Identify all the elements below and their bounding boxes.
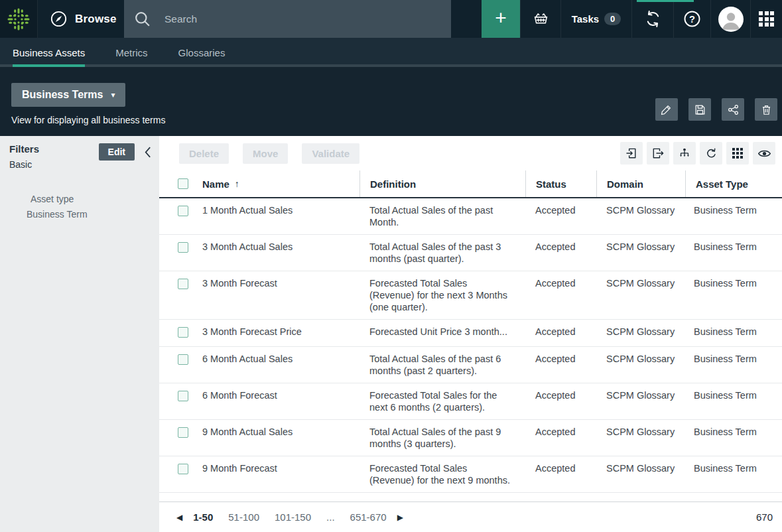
cell-status: Accepted: [525, 347, 596, 383]
collapse-sidebar-button[interactable]: [144, 146, 151, 159]
table-row[interactable]: 3 Month Actual Sales Total Actual Sales …: [159, 235, 782, 271]
row-checkbox[interactable]: [178, 354, 188, 365]
row-checkbox[interactable]: [178, 279, 188, 289]
top-navigation-bar: Browse + Tasks 0: [0, 0, 782, 38]
export-button[interactable]: [647, 142, 669, 165]
delete-button[interactable]: Delete: [179, 143, 229, 164]
shopping-basket-button[interactable]: [520, 0, 560, 38]
table-row[interactable]: 3 Month Forecast Forecasted Total Sales …: [159, 271, 782, 320]
select-all-checkbox[interactable]: [178, 178, 188, 189]
row-checkbox[interactable]: [178, 327, 188, 338]
pagination-bar: ◀ 1-50 51-100 101-150 ... 651-670 ▶ 670: [159, 501, 782, 532]
refresh-icon: [705, 147, 718, 160]
domain-text: SCPM Glossary: [606, 354, 675, 364]
row-checkbox[interactable]: [178, 464, 188, 474]
basket-icon: [533, 11, 549, 27]
hierarchy-button[interactable]: [673, 142, 696, 165]
row-checkbox[interactable]: [178, 206, 188, 216]
asset-type-text: Business Term: [694, 427, 757, 437]
filter-group-value[interactable]: Business Term: [27, 209, 153, 220]
cell-status: Accepted: [525, 320, 596, 346]
view-selector-button[interactable]: Business Terms ▾: [11, 83, 125, 107]
app-logo-button[interactable]: [0, 0, 38, 38]
row-checkbox[interactable]: [178, 242, 188, 253]
table-row[interactable]: 6 Month Actual Sales Total Actual Sales …: [159, 347, 782, 383]
create-asset-button[interactable]: +: [482, 0, 520, 38]
table-row[interactable]: 1 Month Actual Sales Total Actual Sales …: [159, 198, 782, 235]
row-checkbox[interactable]: [178, 427, 188, 438]
save-view-button[interactable]: [688, 98, 711, 121]
cell-domain[interactable]: SCPM Glossary: [596, 271, 685, 319]
plus-icon: +: [495, 8, 507, 28]
column-header-definition[interactable]: Definition: [359, 170, 525, 197]
pagination-page[interactable]: 51-100: [228, 511, 259, 523]
pagination-page[interactable]: 1-50: [193, 511, 213, 523]
filters-subtitle: Basic: [9, 159, 99, 170]
definition-text: Total Actual Sales of the past Month.: [369, 204, 510, 228]
table-row[interactable]: 3 Month Forecast Price Forecasted Unit P…: [159, 320, 782, 347]
previous-page-button[interactable]: ◀: [176, 513, 182, 522]
cell-name[interactable]: 9 Month Forecast: [197, 456, 359, 492]
help-button[interactable]: ?: [673, 0, 710, 38]
next-page-button[interactable]: ▶: [397, 513, 403, 522]
tab-glossaries[interactable]: Glossaries: [178, 38, 226, 67]
import-button[interactable]: [620, 142, 643, 165]
tab-business-assets[interactable]: Business Assets: [13, 38, 85, 67]
cell-domain[interactable]: SCPM Glossary: [596, 456, 685, 492]
pagination-page[interactable]: 651-670: [350, 511, 387, 523]
cell-name[interactable]: 3 Month Actual Sales: [197, 235, 359, 271]
grid-view-button[interactable]: [726, 142, 749, 165]
table-row[interactable]: 6 Month Forecast Forecasted Total Sales …: [159, 383, 782, 420]
delete-view-button[interactable]: [755, 98, 777, 121]
edit-view-button[interactable]: [655, 98, 678, 121]
cell-domain[interactable]: SCPM Glossary: [596, 198, 685, 234]
user-menu-button[interactable]: [710, 0, 750, 38]
column-header-status[interactable]: Status: [525, 170, 596, 197]
cell-domain[interactable]: SCPM Glossary: [596, 420, 685, 456]
main-panel: Delete Move Validate: [159, 136, 782, 532]
validate-button[interactable]: Validate: [302, 143, 359, 164]
sync-button[interactable]: [631, 0, 673, 38]
cell-name[interactable]: 6 Month Forecast: [197, 383, 359, 419]
cell-domain[interactable]: SCPM Glossary: [596, 235, 685, 271]
table-header: Name ↑ Definition Status Domain Asset Ty…: [159, 170, 782, 198]
apps-grid-button[interactable]: [750, 0, 782, 38]
domain-text: SCPM Glossary: [606, 390, 675, 401]
eye-icon: [757, 147, 771, 161]
cell-domain[interactable]: SCPM Glossary: [596, 347, 685, 383]
edit-filters-button[interactable]: Edit: [99, 143, 135, 161]
global-search[interactable]: [124, 0, 451, 38]
cell-definition: Forecasted Total Sales for the next 6 mo…: [359, 383, 525, 419]
search-input[interactable]: [164, 13, 417, 25]
pencil-icon: [660, 103, 673, 116]
asset-type-text: Business Term: [694, 354, 757, 364]
cell-name[interactable]: 9 Month Actual Sales: [197, 420, 359, 456]
filters-sidebar: Filters Basic Edit Asset type Business T…: [0, 136, 159, 532]
cell-domain[interactable]: SCPM Glossary: [596, 320, 685, 346]
status-text: Accepted: [535, 326, 575, 337]
move-button[interactable]: Move: [243, 143, 288, 164]
cell-name[interactable]: 3 Month Forecast: [197, 271, 359, 319]
column-header-domain[interactable]: Domain: [596, 170, 685, 197]
cell-asset-type: Business Term: [685, 235, 782, 271]
browse-menu-button[interactable]: Browse: [38, 0, 124, 38]
column-header-asset-type[interactable]: Asset Type: [685, 170, 782, 197]
table-row[interactable]: 9 Month Actual Sales Total Actual Sales …: [159, 420, 782, 456]
definition-text: Forecasted Total Sales for the next 6 mo…: [369, 389, 510, 413]
cell-domain[interactable]: SCPM Glossary: [596, 383, 685, 419]
tab-metrics[interactable]: Metrics: [115, 38, 147, 67]
cell-name[interactable]: 1 Month Actual Sales: [197, 198, 359, 234]
cell-name[interactable]: 6 Month Actual Sales: [197, 347, 359, 383]
tasks-button[interactable]: Tasks 0: [560, 0, 631, 38]
row-checkbox[interactable]: [178, 391, 188, 401]
asset-type-text: Business Term: [694, 463, 757, 474]
refresh-button[interactable]: [700, 142, 722, 165]
cell-name[interactable]: 3 Month Forecast Price: [197, 320, 359, 346]
column-header-name[interactable]: Name ↑: [197, 170, 359, 197]
visibility-button[interactable]: [753, 142, 775, 165]
pagination-page[interactable]: 101-150: [275, 511, 311, 523]
table-row[interactable]: 9 Month Forecast Forecasted Total Sales …: [159, 456, 782, 493]
cell-definition: Total Actual Sales of the past Month.: [359, 198, 525, 234]
cell-asset-type: Business Term: [685, 198, 782, 234]
share-view-button[interactable]: [722, 98, 744, 121]
